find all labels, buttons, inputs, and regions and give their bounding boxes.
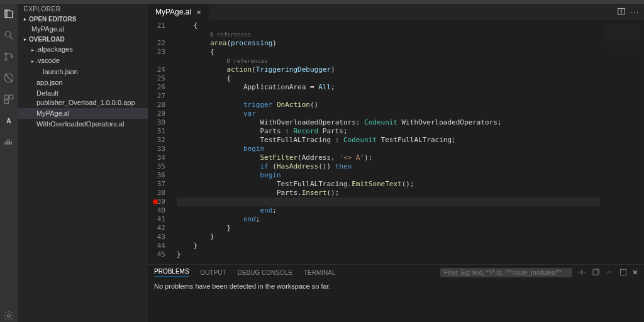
- editor-tab[interactable]: MyPAge.al ×: [148, 4, 209, 20]
- search-icon[interactable]: [3, 29, 15, 42]
- extensions-icon[interactable]: [3, 93, 15, 106]
- panel-message: No problems have been detected in the wo…: [148, 280, 644, 322]
- code-line[interactable]: TestFullALTracing.EmitSomeText();: [177, 180, 600, 189]
- docker-icon[interactable]: [3, 136, 15, 148]
- more-icon[interactable]: ···: [631, 8, 639, 16]
- code-line[interactable]: }: [177, 233, 600, 242]
- open-editors-label: OPEN EDITORS: [29, 16, 76, 23]
- chevron-down-icon: ▸: [24, 16, 26, 22]
- panel-filter-input[interactable]: [440, 268, 572, 277]
- svg-rect-12: [10, 142, 12, 144]
- svg-point-4: [11, 56, 13, 58]
- code-line[interactable]: action(TriggeringDebugger): [177, 65, 600, 74]
- debug-icon[interactable]: [3, 72, 15, 84]
- al-ext-icon[interactable]: A: [3, 114, 15, 127]
- editor-area: MyPAge.al × ··· 212223242526272829303132…: [148, 4, 644, 322]
- panel-tab-terminal[interactable]: TERMINAL: [304, 269, 336, 276]
- svg-rect-9: [4, 100, 8, 104]
- workspace-label: OVERLOAD: [29, 36, 65, 43]
- svg-rect-11: [8, 142, 9, 144]
- tree-item[interactable]: MyPAge.al: [18, 108, 148, 119]
- code-line[interactable]: }: [177, 250, 600, 259]
- code-line[interactable]: {: [177, 21, 600, 30]
- code-editor[interactable]: { 0 references area(processing) { 0 refe…: [177, 20, 600, 264]
- panel-tab-problems[interactable]: PROBLEMS: [154, 268, 189, 277]
- svg-rect-13: [8, 140, 9, 142]
- code-line[interactable]: {: [177, 74, 600, 83]
- open-editors-head[interactable]: ▸OPEN EDITORS: [18, 14, 148, 24]
- svg-rect-7: [4, 95, 8, 99]
- split-editor-icon[interactable]: [617, 7, 626, 18]
- svg-rect-8: [9, 95, 13, 99]
- tree-folder[interactable]: ▸ .alpackages: [18, 44, 148, 55]
- close-icon[interactable]: ×: [196, 8, 201, 17]
- bottom-panel: PROBLEMS OUTPUT DEBUG CONSOLE TERMINAL ×…: [148, 264, 644, 322]
- minimap-overlay: [605, 24, 640, 80]
- svg-point-14: [8, 314, 11, 318]
- chevron-down-icon: ▸: [24, 36, 26, 42]
- code-line[interactable]: WithOverloadedOperators: Codeunit WithOv…: [177, 118, 600, 127]
- gear-icon[interactable]: [577, 268, 586, 277]
- code-line[interactable]: begin: [177, 171, 600, 180]
- svg-point-2: [5, 53, 7, 55]
- code-line[interactable]: }: [177, 242, 600, 250]
- code-line[interactable]: 0 references: [177, 30, 600, 39]
- svg-line-1: [10, 36, 13, 40]
- code-line[interactable]: var: [177, 109, 600, 118]
- tree-item[interactable]: launch.json: [18, 67, 148, 77]
- code-line[interactable]: Parts : Record Parts;: [177, 127, 600, 136]
- tab-label: MyPAge.al: [155, 8, 191, 16]
- maximize-icon[interactable]: [619, 268, 628, 277]
- code-line[interactable]: SetFilter(Address, '<> A');: [177, 153, 600, 162]
- sidebar-title: EXPLORER: [18, 4, 148, 14]
- code-line[interactable]: begin: [177, 145, 600, 153]
- source-control-icon[interactable]: [3, 50, 15, 63]
- explorer-sidebar: EXPLORER ▸OPEN EDITORS MyPAge.al ▸OVERLO…: [18, 4, 148, 322]
- code-line[interactable]: }: [177, 224, 600, 233]
- explorer-icon[interactable]: [3, 8, 15, 20]
- panel-tab-output[interactable]: OUTPUT: [201, 269, 226, 276]
- code-line[interactable]: {: [177, 48, 600, 57]
- breakpoint-icon[interactable]: [153, 199, 158, 204]
- open-editor-item[interactable]: MyPAge.al: [18, 24, 148, 35]
- code-line[interactable]: if (HasAddress()) then: [177, 162, 600, 171]
- code-line[interactable]: end;: [177, 206, 600, 215]
- close-icon[interactable]: ×: [633, 267, 638, 277]
- svg-rect-10: [5, 142, 7, 144]
- tree-item[interactable]: Default publisher_Overload_1.0.0.0.app: [18, 88, 148, 108]
- minimap[interactable]: [600, 20, 644, 264]
- code-line[interactable]: area(processing): [177, 39, 600, 48]
- line-gutter[interactable]: 2122232425262728293031323334353637383940…: [148, 20, 177, 264]
- code-line[interactable]: end;: [177, 215, 600, 224]
- code-line[interactable]: ApplicationArea = All;: [177, 83, 600, 92]
- panel-tabs: PROBLEMS OUTPUT DEBUG CONSOLE TERMINAL ×: [148, 265, 644, 280]
- settings-gear-icon[interactable]: [3, 309, 15, 322]
- svg-point-0: [5, 31, 11, 37]
- code-line[interactable]: [177, 92, 600, 101]
- code-line[interactable]: TestFullALTracing : Codeunit TestFullALT…: [177, 136, 600, 145]
- tree-item[interactable]: WithOverloadedOperators.al: [18, 119, 148, 130]
- svg-line-6: [5, 74, 13, 82]
- panel-tab-debug[interactable]: DEBUG CONSOLE: [238, 269, 292, 276]
- svg-rect-19: [620, 269, 626, 275]
- code-line[interactable]: Parts.Insert();: [177, 189, 600, 197]
- activity-bar: A: [0, 4, 18, 322]
- code-line[interactable]: 0 references: [177, 57, 600, 65]
- tree-folder[interactable]: ▸ .vscode: [18, 55, 148, 67]
- editor-tabs-bar: MyPAge.al × ···: [148, 4, 644, 20]
- workspace-head[interactable]: ▸OVERLOAD: [18, 35, 148, 44]
- svg-rect-18: [593, 270, 598, 275]
- svg-point-17: [580, 271, 583, 274]
- svg-point-3: [5, 58, 7, 60]
- new-window-icon[interactable]: [591, 268, 600, 277]
- chevron-up-icon[interactable]: [605, 268, 614, 277]
- tree-item[interactable]: app.json: [18, 77, 148, 88]
- code-line[interactable]: trigger OnAction(): [177, 101, 600, 109]
